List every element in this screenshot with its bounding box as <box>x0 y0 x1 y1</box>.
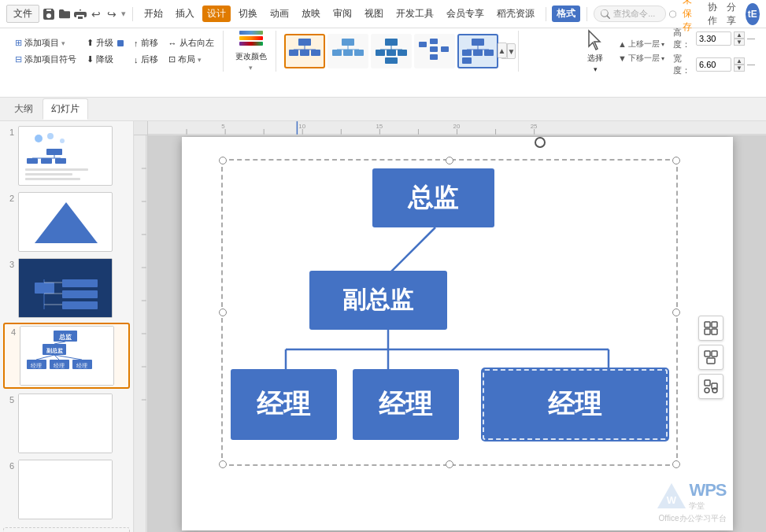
wps-xuetang: 学堂 <box>689 501 726 512</box>
add-item-btn[interactable]: ⊞ 添加项目 ▾ <box>11 35 80 50</box>
height-stepper: ▲ ▼ <box>734 31 745 46</box>
smartart-style-3[interactable] <box>371 34 412 68</box>
handle-tc[interactable] <box>446 157 453 164</box>
canvas-area: 5 10 15 20 25 <box>134 121 766 532</box>
context-btn-1[interactable] <box>698 316 723 341</box>
slide-item-3[interactable]: 3 <box>3 257 130 320</box>
slide-thumb-4[interactable]: 总监 副总监 经理 经理 经理 <box>20 326 114 386</box>
svg-rect-112 <box>705 351 710 357</box>
add-slide-btn[interactable]: + <box>3 527 130 532</box>
menu-insert[interactable]: 插入 <box>171 6 199 22</box>
context-btn-3[interactable] <box>698 374 723 399</box>
move-up-layer-btn[interactable]: ▲ 上移一层 ▾ <box>616 38 667 50</box>
move-down-layer-btn[interactable]: ▼ 下移一层 ▾ <box>616 52 667 65</box>
layout-btn[interactable]: ⊡ 布局 ▾ <box>165 52 218 67</box>
left-right-btn[interactable]: ↔ 从右向左 <box>165 35 218 50</box>
menu-review[interactable]: 审阅 <box>328 6 357 22</box>
height-unit: — <box>747 34 755 42</box>
slide-thumb-2[interactable] <box>18 192 113 252</box>
svg-rect-22 <box>430 46 438 52</box>
height-step-up[interactable]: ▲ <box>734 31 745 39</box>
height-step-down[interactable]: ▼ <box>734 39 745 46</box>
menu-member[interactable]: 会员专享 <box>442 6 489 22</box>
node-zongjan[interactable]: 总监 <box>372 168 494 227</box>
file-menu[interactable]: 文件 <box>6 5 39 23</box>
slide-item-2[interactable]: 2 <box>3 190 130 253</box>
select-btn[interactable]: 选择 ▾ <box>581 27 609 76</box>
tab-outline[interactable]: 大纲 <box>6 99 41 119</box>
downgrade-btn[interactable]: ⬇ 降级 <box>83 52 128 67</box>
svg-text:总监: 总监 <box>58 334 72 341</box>
smartart-style-1[interactable] <box>284 34 325 68</box>
svg-rect-26 <box>462 50 472 56</box>
menu-dev[interactable]: 开发工具 <box>391 6 439 22</box>
tab-slide[interactable]: 幻灯片 <box>43 98 88 120</box>
width-unit: — <box>747 60 755 68</box>
move-down-btn[interactable]: ↓ 后移 <box>130 52 162 67</box>
slide-item-4[interactable]: 4 总监 副总监 经理 经理 经理 <box>3 323 130 389</box>
svg-rect-0 <box>298 39 311 46</box>
node-jingli-1[interactable]: 经理 <box>231 369 337 440</box>
handle-tl[interactable] <box>219 157 227 164</box>
menu-animate[interactable]: 动画 <box>265 6 294 22</box>
width-step-down[interactable]: ▼ <box>734 65 745 72</box>
scroll-up-btn[interactable]: ▲ <box>498 42 507 58</box>
handle-bl[interactable] <box>219 460 227 468</box>
svg-line-102 <box>388 227 435 275</box>
slide-thumb-3[interactable] <box>18 258 113 318</box>
node-fu-zongjan[interactable]: 副总监 <box>309 271 447 330</box>
smartart-style-2[interactable] <box>327 34 368 68</box>
menu-play[interactable]: 放映 <box>297 6 325 22</box>
redo-icon-btn[interactable]: ↪ <box>105 6 118 23</box>
change-color-btn[interactable]: 更改颜色 ▾ <box>231 28 271 74</box>
menu-start[interactable]: 开始 <box>139 6 168 22</box>
node-jingli-3[interactable]: 经理 <box>483 369 668 440</box>
width-step-up[interactable]: ▲ <box>734 57 745 65</box>
menu-design[interactable]: 设计 <box>202 6 231 22</box>
add-item-sym-btn[interactable]: ⊟ 添加项目符号 <box>11 52 80 67</box>
menu-template[interactable]: 稻壳资源 <box>492 6 539 22</box>
save-icon-btn[interactable] <box>43 6 55 23</box>
svg-point-35 <box>47 133 54 139</box>
handle-br[interactable] <box>672 460 680 468</box>
slide-item-5[interactable]: 5 <box>3 392 130 455</box>
org-chart-container[interactable]: 总监 副总监 经理 经理 经理 <box>221 159 678 466</box>
search-box[interactable]: 查找命令... <box>594 6 666 22</box>
smartart-style-5[interactable] <box>457 34 498 68</box>
svg-rect-17 <box>385 57 398 64</box>
open-icon-btn[interactable] <box>58 6 71 23</box>
ribbon-group-select: 选择 ▾ ▲ 上移一层 ▾ ▼ 下移一层 ▾ 高度： <box>576 31 760 72</box>
slide-number-3: 3 <box>5 258 14 269</box>
width-input[interactable]: 6.60 <box>696 57 731 72</box>
svg-rect-1 <box>289 50 298 56</box>
slide-thumb-6[interactable] <box>18 460 113 519</box>
print-icon-btn[interactable] <box>74 6 87 23</box>
slide-thumb-5[interactable] <box>18 393 113 453</box>
handle-bc[interactable] <box>446 460 453 468</box>
menu-view[interactable]: 视图 <box>360 6 388 22</box>
smartart-style-4[interactable] <box>414 34 455 68</box>
rotation-handle[interactable] <box>535 137 546 148</box>
context-btn-2[interactable] <box>698 345 723 370</box>
cooperate-btn[interactable]: 协作 <box>708 1 720 28</box>
share-btn[interactable]: 分享 <box>727 1 739 28</box>
level-group: ⬆ 升级 ⬇ 降级 <box>83 35 128 67</box>
handle-tr[interactable] <box>672 157 680 164</box>
move-up-btn[interactable]: ↑ 前移 <box>130 35 162 50</box>
undo-icon-btn[interactable]: ↩ <box>90 6 102 23</box>
smartart-scroll-up[interactable]: ▲ ▼ <box>501 43 513 59</box>
node-jingli-2[interactable]: 经理 <box>353 369 459 440</box>
menu-format[interactable]: 格式 <box>552 6 580 22</box>
slide-item-6[interactable]: 6 <box>3 458 130 521</box>
height-input[interactable]: 3.30 <box>696 31 731 46</box>
menu-switch[interactable]: 切换 <box>234 6 262 22</box>
move-group: ↑ 前移 ↓ 后移 <box>130 35 162 67</box>
slide-item-1[interactable]: 1 <box>3 124 130 187</box>
scroll-down-btn[interactable]: ▼ <box>507 43 516 59</box>
slide-thumb-1[interactable] <box>18 126 113 186</box>
upgrade-btn[interactable]: ⬆ 升级 <box>83 35 128 50</box>
svg-rect-3 <box>311 50 320 56</box>
user-avatar[interactable]: tE <box>746 3 760 25</box>
handle-mr[interactable] <box>672 308 680 316</box>
handle-ml[interactable] <box>219 308 227 316</box>
